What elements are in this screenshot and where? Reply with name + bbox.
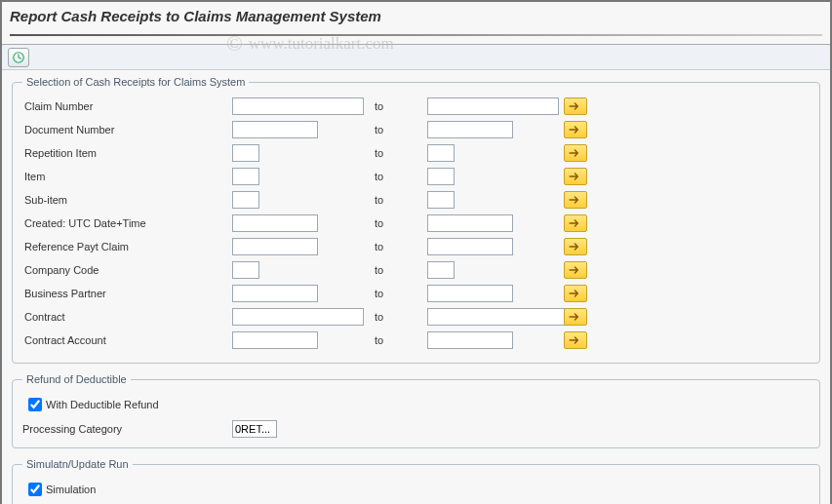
business-partner-multiselect-button[interactable] — [564, 285, 587, 302]
body: Selection of Cash Receipts for Claims Sy… — [2, 70, 830, 504]
reference-payt-to-input[interactable] — [427, 238, 513, 255]
claim-number-to-input[interactable] — [427, 97, 559, 115]
to-label: to — [369, 241, 427, 252]
arrow-right-icon — [569, 172, 582, 181]
group-simulation-legend: Simulatn/Update Run — [22, 458, 133, 470]
row-created-utc: Created: UTC Date+Time to — [22, 213, 810, 234]
claim-number-from-input[interactable] — [232, 97, 364, 115]
arrow-right-icon — [569, 195, 582, 205]
row-company-code: Company Code to — [22, 259, 810, 281]
clock-execute-icon — [12, 51, 25, 64]
arrow-right-icon — [569, 289, 582, 298]
sap-window: Report Cash Receipts to Claims Managemen… — [0, 0, 832, 504]
sub-item-multiselect-button[interactable] — [564, 191, 587, 209]
label-company-code: Company Code — [22, 264, 232, 276]
document-number-from-input[interactable] — [232, 121, 318, 138]
business-partner-to-input[interactable] — [427, 285, 513, 302]
execute-button[interactable] — [8, 48, 29, 67]
row-sub-item: Sub-item to — [22, 189, 810, 211]
to-label: to — [369, 100, 427, 112]
row-repetition-item: Repetition Item to — [22, 142, 810, 164]
company-code-from-input[interactable] — [232, 261, 259, 279]
label-item: Item — [22, 171, 232, 182]
simulation-checkbox[interactable] — [28, 483, 42, 496]
label-business-partner: Business Partner — [22, 288, 232, 299]
group-selection-criteria: Selection of Cash Receipts for Claims Sy… — [12, 76, 820, 364]
page-title: Report Cash Receipts to Claims Managemen… — [10, 8, 822, 24]
arrow-right-icon — [569, 242, 582, 252]
company-code-multiselect-button[interactable] — [564, 261, 587, 279]
label-sub-item: Sub-item — [22, 194, 232, 206]
row-with-deductible-refund: With Deductible Refund — [24, 395, 810, 414]
toolbar — [2, 45, 830, 70]
processing-category-input[interactable] — [232, 420, 277, 438]
sub-item-to-input[interactable] — [427, 191, 455, 209]
label-created-utc: Created: UTC Date+Time — [22, 217, 232, 229]
group-refund-legend: Refund of Deductible — [22, 373, 131, 385]
claim-number-multiselect-button[interactable] — [564, 97, 587, 115]
to-label: to — [369, 217, 427, 229]
reference-payt-from-input[interactable] — [232, 238, 318, 255]
title-underline — [10, 34, 822, 36]
label-processing-category: Processing Category — [22, 423, 232, 435]
arrow-right-icon — [569, 312, 582, 322]
to-label: to — [369, 288, 427, 299]
item-multiselect-button[interactable] — [564, 168, 587, 185]
item-to-input[interactable] — [427, 168, 455, 185]
contract-account-to-input[interactable] — [427, 331, 513, 349]
contract-to-input[interactable] — [427, 308, 568, 326]
arrow-right-icon — [569, 335, 582, 345]
with-deductible-refund-label: With Deductible Refund — [46, 399, 159, 410]
label-reference-payt-claim: Reference Payt Claim — [22, 241, 232, 252]
item-from-input[interactable] — [232, 168, 259, 185]
reference-payt-multiselect-button[interactable] — [564, 238, 587, 255]
created-utc-to-input[interactable] — [427, 214, 513, 232]
group-selection-legend: Selection of Cash Receipts for Claims Sy… — [22, 76, 249, 88]
company-code-to-input[interactable] — [427, 261, 455, 279]
repetition-item-multiselect-button[interactable] — [564, 144, 587, 162]
created-utc-from-input[interactable] — [232, 214, 318, 232]
sub-item-from-input[interactable] — [232, 191, 259, 209]
row-reference-payt-claim: Reference Payt Claim to — [22, 236, 810, 257]
to-label: to — [369, 124, 427, 136]
row-processing-category: Processing Category — [22, 420, 810, 438]
header-bar: Report Cash Receipts to Claims Managemen… — [2, 2, 830, 45]
to-label: to — [369, 311, 427, 323]
to-label: to — [369, 264, 427, 276]
row-contract: Contract to — [22, 306, 810, 328]
simulation-label: Simulation — [46, 484, 96, 495]
document-number-to-input[interactable] — [427, 121, 513, 138]
business-partner-from-input[interactable] — [232, 285, 318, 302]
label-contract-account: Contract Account — [22, 334, 232, 346]
contract-account-multiselect-button[interactable] — [564, 331, 587, 349]
document-number-multiselect-button[interactable] — [564, 121, 587, 138]
group-simulation-update-run: Simulatn/Update Run Simulation — [12, 458, 820, 504]
label-document-number: Document Number — [22, 124, 232, 136]
arrow-right-icon — [569, 265, 582, 275]
row-item: Item to — [22, 166, 810, 187]
row-simulation: Simulation — [24, 480, 810, 499]
with-deductible-refund-checkbox[interactable] — [28, 398, 42, 411]
to-label: to — [369, 171, 427, 182]
arrow-right-icon — [569, 125, 582, 135]
repetition-item-to-input[interactable] — [427, 144, 455, 162]
label-repetition-item: Repetition Item — [22, 147, 232, 159]
repetition-item-from-input[interactable] — [232, 144, 259, 162]
row-claim-number: Claim Number to — [22, 96, 810, 117]
arrow-right-icon — [569, 218, 582, 228]
created-utc-multiselect-button[interactable] — [564, 214, 587, 232]
to-label: to — [369, 147, 427, 159]
row-business-partner: Business Partner to — [22, 283, 810, 304]
contract-from-input[interactable] — [232, 308, 364, 326]
contract-account-from-input[interactable] — [232, 331, 318, 349]
label-contract: Contract — [22, 311, 232, 323]
to-label: to — [369, 194, 427, 206]
svg-line-2 — [19, 58, 21, 58]
arrow-right-icon — [569, 101, 582, 111]
row-document-number: Document Number to — [22, 119, 810, 140]
contract-multiselect-button[interactable] — [564, 308, 587, 326]
group-refund-deductible: Refund of Deductible With Deductible Ref… — [12, 373, 820, 448]
to-label: to — [369, 334, 427, 346]
row-contract-account: Contract Account to — [22, 330, 810, 351]
arrow-right-icon — [569, 148, 582, 158]
